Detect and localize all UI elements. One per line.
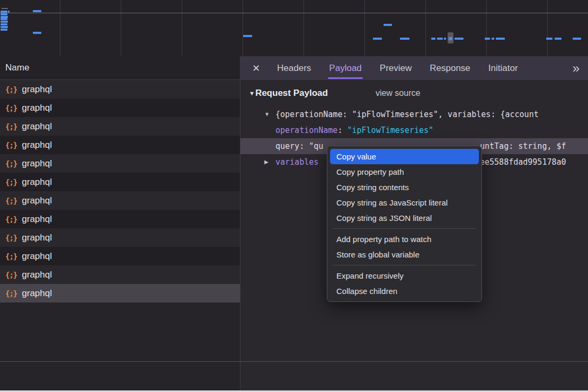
payload-line-overflow-text: ee5588fdad995178a0 [480, 154, 566, 170]
request-row[interactable]: {;}graphql [0, 136, 240, 154]
context-menu: Copy valueCopy property pathCopy string … [327, 146, 482, 302]
menu-separator [333, 228, 476, 229]
payload-tree-row[interactable]: operationName: "ipFlowTimeseries" [240, 122, 588, 138]
json-braces-icon: {;} [5, 289, 17, 298]
waterfall-bar [8, 11, 10, 13]
json-braces-icon: {;} [5, 252, 17, 261]
json-braces-icon: {;} [5, 178, 17, 186]
request-name-label: graphql [22, 84, 52, 95]
waterfall-bar [400, 38, 409, 40]
waterfall-bar [1, 21, 8, 23]
waterfall-bar [555, 38, 562, 40]
timeline-gridline [425, 0, 426, 56]
context-menu-item-add-property-path-to-watch[interactable]: Add property path to watch [330, 231, 479, 247]
payload-segment-key: variables [275, 157, 318, 167]
request-row[interactable]: {;}graphql [0, 191, 240, 210]
waterfall-bar [243, 35, 252, 37]
tab-preview[interactable]: Preview [379, 58, 413, 79]
request-name-label: graphql [22, 140, 52, 150]
request-row[interactable]: {;}graphql [0, 80, 240, 99]
waterfall-bar [444, 38, 446, 40]
close-icon[interactable]: ✕ [252, 63, 260, 74]
waterfall-bar [1, 26, 8, 28]
request-name-label: graphql [22, 103, 52, 113]
request-row[interactable]: {;}graphql [0, 210, 240, 228]
payload-line-text: {operationName: "ipFlowTimeseries", vari… [275, 106, 539, 122]
request-row[interactable]: {;}graphql [0, 154, 240, 173]
waterfall-bar [1, 11, 7, 13]
payload-line-text: query: "qu [275, 138, 323, 154]
request-row[interactable]: {;}graphql [0, 284, 240, 302]
context-menu-item-collapse-children[interactable]: Collapse children [330, 283, 479, 299]
payload-segment-string: "ipFlowTimeseries" [347, 126, 433, 135]
context-menu-item-copy-value[interactable]: Copy value [330, 149, 479, 164]
overview-timeline[interactable] [0, 0, 588, 56]
waterfall-bar [33, 32, 41, 34]
timeline-gridline [364, 0, 365, 56]
context-menu-item-expand-recursively[interactable]: Expand recursively [330, 268, 479, 283]
request-name-label: graphql [22, 251, 52, 262]
waterfall-bar [1, 18, 7, 20]
context-menu-item-copy-property-path[interactable]: Copy property path [330, 164, 479, 180]
requests-panel: Name {;}graphql{;}graphql{;}graphql{;}gr… [0, 56, 240, 392]
footer-divider [0, 361, 588, 362]
timeline-gridline [60, 0, 60, 56]
request-name-label: graphql [22, 214, 52, 225]
json-braces-icon: {;} [5, 85, 17, 94]
waterfall-bar [431, 38, 435, 40]
json-braces-icon: {;} [5, 104, 17, 112]
tab-response[interactable]: Response [429, 58, 471, 79]
menu-separator [333, 265, 476, 265]
request-name-label: graphql [22, 195, 52, 206]
request-row[interactable]: {;}graphql [0, 228, 240, 247]
name-column-header[interactable]: Name [0, 56, 240, 80]
waterfall-bar [1, 13, 7, 15]
json-braces-icon: {;} [5, 141, 17, 149]
waterfall-bar [485, 38, 490, 40]
tab-payload[interactable]: Payload [328, 58, 362, 79]
payload-tree-row[interactable]: ▼{operationName: "ipFlowTimeseries", var… [240, 106, 588, 122]
request-row[interactable]: {;}graphql [0, 265, 240, 284]
payload-line-text: operationName: "ipFlowTimeseries" [275, 122, 433, 138]
json-braces-icon: {;} [5, 159, 17, 168]
context-menu-item-copy-string-as-json-literal[interactable]: Copy string as JSON literal [330, 210, 479, 226]
timeline-divider-line [0, 13, 588, 13]
request-row[interactable]: {;}graphql [0, 117, 240, 136]
timeline-tick [2, 8, 8, 9]
request-name-label: graphql [22, 121, 52, 132]
tab-initiator[interactable]: Initiator [487, 58, 519, 79]
caret-right-icon[interactable]: ▶ [264, 154, 269, 170]
context-menu-item-copy-string-as-javascript-literal[interactable]: Copy string as JavaScript literal [330, 195, 479, 210]
details-tabbar: ✕ HeadersPayloadPreviewResponseInitiator… [240, 56, 588, 80]
json-braces-icon: {;} [5, 215, 17, 224]
json-braces-icon: {;} [5, 122, 17, 131]
timeline-gridline [243, 0, 243, 56]
request-row[interactable]: {;}graphql [0, 99, 240, 117]
json-braces-icon: {;} [5, 197, 17, 205]
request-name-label: graphql [22, 158, 52, 169]
waterfall-bar [1, 29, 7, 31]
waterfall-bar [437, 38, 443, 40]
timeline-gridline [182, 0, 182, 56]
timeline-gridline [486, 0, 487, 56]
waterfall-bar [573, 38, 581, 40]
caret-down-icon[interactable]: ▼ [264, 106, 270, 122]
request-name-label: graphql [22, 233, 52, 243]
payload-segment-key: operationName [275, 126, 337, 135]
waterfall-bar [492, 38, 494, 40]
chevron-double-right-icon[interactable]: » [573, 63, 580, 74]
waterfall-bar [33, 10, 41, 12]
request-row[interactable]: {;}graphql [0, 173, 240, 191]
tab-headers[interactable]: Headers [276, 58, 312, 79]
json-braces-icon: {;} [5, 234, 17, 242]
payload-segment-plain: : [337, 126, 347, 135]
timeline-gridline [304, 0, 304, 56]
context-menu-item-copy-string-contents[interactable]: Copy string contents [330, 180, 479, 195]
request-list: {;}graphql{;}graphql{;}graphql{;}graphql… [0, 80, 240, 302]
request-row[interactable]: {;}graphql [0, 247, 240, 265]
json-braces-icon: {;} [5, 271, 17, 279]
timeline-gridline [121, 0, 121, 56]
waterfall-bar [1, 23, 7, 25]
request-name-label: graphql [22, 177, 52, 188]
context-menu-item-store-as-global-variable[interactable]: Store as global variable [330, 247, 479, 262]
